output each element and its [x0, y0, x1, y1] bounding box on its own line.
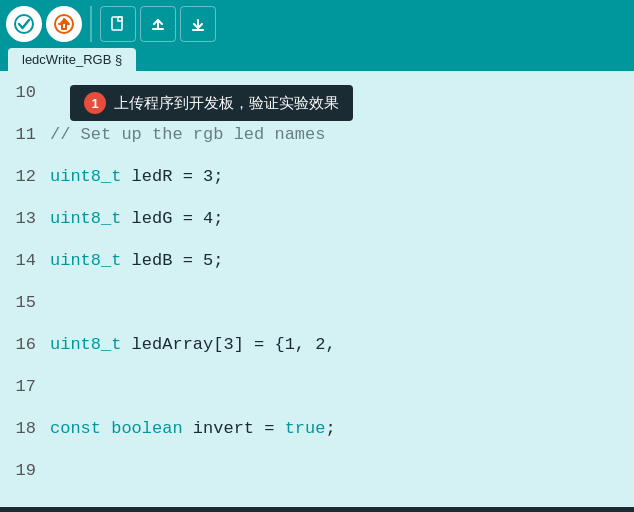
- save-file-button[interactable]: [180, 6, 216, 42]
- upload-button[interactable]: [46, 6, 82, 42]
- line-number: 10: [0, 83, 50, 102]
- line-number: 18: [0, 419, 50, 438]
- tooltip-number: 1: [84, 92, 106, 114]
- line-number: 13: [0, 209, 50, 228]
- line-number: 16: [0, 335, 50, 354]
- table-row: 14 uint8_t ledB = 5;: [0, 239, 634, 281]
- svg-rect-3: [112, 17, 122, 30]
- table-row: 16 uint8_t ledArray[3] = {1, 2,: [0, 323, 634, 365]
- line-code: uint8_t ledB = 5;: [50, 251, 223, 270]
- line-number: 15: [0, 293, 50, 312]
- line-number: 11: [0, 125, 50, 144]
- verify-button[interactable]: [6, 6, 42, 42]
- code-area: 1 上传程序到开发板，验证实验效果 10 11 // Set up the rg…: [0, 71, 634, 507]
- table-row: 17: [0, 365, 634, 407]
- table-row: 13 uint8_t ledG = 4;: [0, 197, 634, 239]
- line-code: // Set up the rgb led names: [50, 125, 325, 144]
- line-code: uint8_t ledG = 4;: [50, 209, 223, 228]
- line-code: const boolean invert = true;: [50, 419, 336, 438]
- tab-bar: ledcWrite_RGB §: [0, 48, 634, 71]
- table-row: 19: [0, 449, 634, 491]
- table-row: 18 const boolean invert = true;: [0, 407, 634, 449]
- toolbar: [0, 0, 634, 48]
- open-file-button[interactable]: [140, 6, 176, 42]
- line-number: 14: [0, 251, 50, 270]
- line-number: 12: [0, 167, 50, 186]
- line-code: uint8_t ledR = 3;: [50, 167, 223, 186]
- tab-ledcwrite-rgb[interactable]: ledcWrite_RGB §: [8, 48, 136, 71]
- upload-tooltip: 1 上传程序到开发板，验证实验效果: [70, 85, 353, 121]
- table-row: 12 uint8_t ledR = 3;: [0, 155, 634, 197]
- new-file-button[interactable]: [100, 6, 136, 42]
- line-code: uint8_t ledArray[3] = {1, 2,: [50, 335, 336, 354]
- table-row: 15: [0, 281, 634, 323]
- code-lines: 10 11 // Set up the rgb led names 12 uin…: [0, 71, 634, 491]
- toolbar-divider: [90, 6, 92, 42]
- line-number: 17: [0, 377, 50, 396]
- line-number: 19: [0, 461, 50, 480]
- svg-point-0: [15, 15, 33, 33]
- tooltip-text: 上传程序到开发板，验证实验效果: [114, 94, 339, 113]
